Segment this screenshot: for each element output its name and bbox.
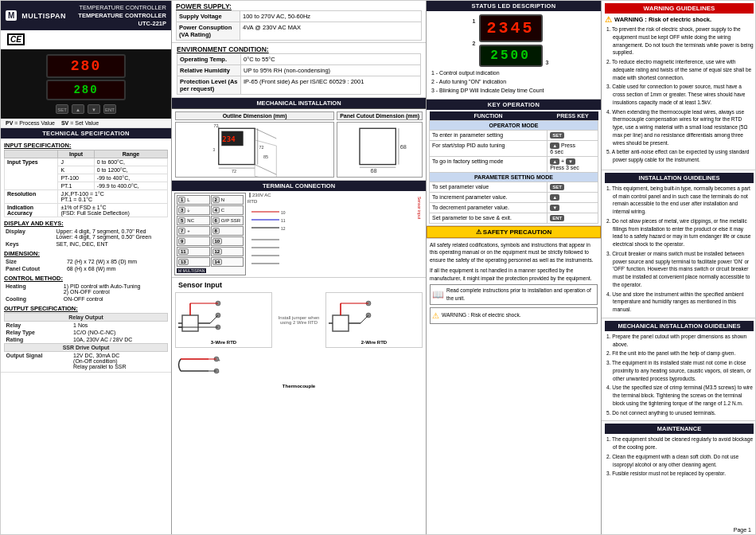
sv-display: 280 [46, 80, 126, 100]
power-supply-table: Supply Voltage 100 to 270V AC, 50-60Hz P… [176, 10, 422, 41]
inc-button-display[interactable]: ▲ [72, 104, 84, 114]
svg-text:68: 68 [400, 143, 407, 150]
svg-text:72: 72 [213, 123, 218, 128]
maintenance-points: 1. The equipment should be cleaned regul… [605, 434, 754, 478]
input-types-label: Input Types [5, 158, 58, 190]
key-pid-key: ▲ Press6 sec [548, 140, 598, 156]
warning-points: 1. To prevent the risk of electric shock… [605, 25, 754, 164]
input-pt100: PT-100 [58, 174, 94, 182]
installation-points: 1. This equipment, being built-in type, … [605, 183, 754, 314]
installation-guidelines-section: INSTALLATION GUIDELINES 1. This equipmen… [602, 170, 756, 318]
outline-dim-title: Outline Dimension (mm) [175, 111, 334, 120]
down-key-btn[interactable]: ▼ [566, 158, 575, 165]
output-spec-title: OUTPUT SPECIFICATION: [4, 305, 168, 312]
resolution-val: J,K,PT-100 = 1°CPT.1 = 0.1°C [58, 190, 168, 204]
term-5: 5NC [177, 216, 210, 225]
maint-point-3: 3. Fusible resistor must not be replaced… [606, 470, 754, 478]
rtd-2wire-diagram: 2-Wire RTD [325, 292, 423, 348]
term-13: 13 [177, 257, 210, 267]
dimension-title: DIMENSION: [4, 250, 168, 257]
dec-button-display[interactable]: ▼ [88, 104, 100, 114]
status-display-col: 1 2345 2 2500 [479, 14, 543, 67]
term-14: 14 [211, 257, 244, 267]
ent-button-display[interactable]: ENT [103, 104, 116, 114]
mech-install-point-2: 2. Fit the unit into the panel with the … [606, 350, 754, 357]
warning-point-3: 3. Cable used for connection to power so… [606, 83, 754, 106]
svg-line-9 [255, 165, 276, 175]
sv-label: SV = Set Value [61, 120, 99, 126]
rtd-3wire-svg [178, 295, 258, 339]
svg-rect-29 [182, 315, 198, 331]
svg-text:12: 12 [281, 226, 286, 231]
status-legend-1: 1 - Control output indication [431, 68, 596, 77]
key-operation-header: KEY OPERATION [427, 100, 601, 110]
protection-level-label: Protection Level (As per request) [177, 76, 241, 95]
cooling-val: ON-OFF control [62, 295, 168, 303]
power-consump-val: 4VA @ 230V AC MAX [240, 22, 422, 41]
rtd-2wire-svg [329, 295, 392, 339]
keys-val: SET, INC, DEC, ENT [54, 240, 168, 248]
key-save-key: ENT [548, 213, 598, 223]
heating-val: 1) PID control with Auto-Tuning2) ON-OFF… [62, 283, 168, 295]
safety-section: All safety related codifications, symbol… [427, 238, 601, 326]
indication-val: ±1% of FSD ± 1°C(FSD: Full Scale Deflect… [58, 204, 168, 217]
brand-logo-m: M [6, 10, 17, 21]
size-val: 72 (H) x 72 (W) x 85 (D) mm [65, 258, 168, 265]
header-bar: M MULTISPAN TEMPERATURE CONTROLLER TEMPE… [1, 1, 171, 30]
input-col-header [5, 150, 58, 158]
status-legend-2: 2 - Auto tuning "ON" indication [431, 77, 596, 86]
install-point-3: 3. Circuit breaker or mains switch must … [606, 250, 754, 289]
key-enter-param-func: To enter in parameter setting [430, 130, 548, 140]
range-j: 0 to 600°C, [94, 158, 167, 166]
safety-warning-text: WARNING : Risk of electric shock. [442, 311, 520, 319]
key-factory-key: ▲ + ▼Press 3 sec [548, 156, 598, 172]
panel-cutout-val: 68 (H) x 68 (W) mm [65, 265, 168, 272]
column-2: POWER SUPPLY: Supply Voltage 100 to 270V… [172, 1, 427, 534]
panel-cutout-box: Panel Cutout Dimension (mm) 68 68 [337, 111, 423, 178]
key-set-param-key: SET [548, 182, 598, 192]
status-num-2: 2 [473, 41, 476, 46]
status-num-3: 3 [546, 60, 549, 65]
display-label: Display [4, 228, 54, 240]
key-factory-func: To go in factory setting mode [430, 156, 548, 172]
sensor-input-section: Sensor Input [172, 278, 426, 392]
key-table: FUNCTION PRESS KEY OPERATOR MODE To ente… [429, 111, 598, 224]
set-key-btn2[interactable]: SET [550, 184, 564, 190]
up-key-btn[interactable]: ▲ [550, 143, 559, 149]
terminal-content: 1L 2N 3⏚ 4C 5NC 6O/P SSR 7+ 8 9 10 11 12… [174, 193, 423, 275]
term-9: 9 [177, 236, 210, 246]
svg-text:+: + [218, 357, 220, 362]
warning-guidelines-content: ⚠ WARNING : Risk of electric shock. 1. T… [605, 14, 754, 167]
term-3: 3⏚ [177, 205, 210, 215]
unit-buttons: SET ▲ ▼ ENT [56, 104, 116, 114]
set-key-btn[interactable]: SET [550, 132, 564, 139]
set-button-display[interactable]: SET [56, 104, 68, 114]
terminal-left: 1L 2N 3⏚ 4C 5NC 6O/P SSR 7+ 8 9 10 11 12… [174, 193, 246, 275]
protection-level-val: IP-65 (Front side) As per IS/IEC 60529 :… [241, 76, 421, 95]
maintenance-header: MAINTENANCE [605, 424, 754, 434]
term-1: 1L [177, 195, 210, 205]
mech-install-point-4: 4. Use the specified size of crimp termi… [606, 384, 754, 407]
voltage-label: 230V AC [249, 193, 423, 197]
input-k: K [58, 166, 94, 174]
thermocouple-svg: + - [177, 351, 256, 383]
svg-line-47 [360, 315, 368, 323]
key-decrement-func: To decrement parameter value. [430, 202, 548, 213]
input-header: Input [58, 150, 94, 158]
term-10: 10 [211, 236, 244, 246]
down-key-btn2[interactable]: ▼ [550, 205, 559, 211]
control-method-title: CONTROL METHOD: [4, 275, 168, 282]
model-title: TEMPERATURE CONTROLLER TEMPERATURE CONTR… [71, 4, 166, 27]
install-point-4: 4. Use and store the instrument within t… [606, 291, 754, 314]
pv-label: PV = Process Value [6, 120, 55, 126]
wiring-diagrams: 3-Wire RTD Install jumper when using 2 W… [175, 291, 423, 350]
ent-key-btn[interactable]: ENT [550, 215, 564, 221]
input-spec-title: INPUT SPECIFICATION: [4, 142, 168, 149]
relay-label: Relay [5, 322, 72, 330]
multispan-logo-terminal: M MULTISPAN [177, 268, 244, 273]
term-11: 11 [177, 247, 210, 256]
up-key-btn2[interactable]: ▲ [550, 194, 559, 201]
key-operation-section: FUNCTION PRESS KEY OPERATOR MODE To ente… [427, 110, 601, 226]
up-down-key-btn[interactable]: ▲ [550, 158, 559, 165]
safety-text1: All safety related codifications, symbol… [430, 241, 598, 264]
